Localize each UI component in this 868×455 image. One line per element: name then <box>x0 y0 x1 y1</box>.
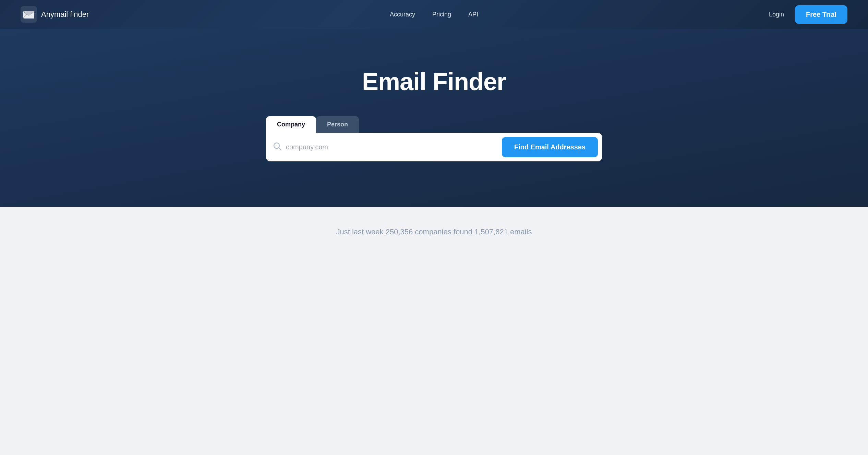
logo[interactable]: Anymail finder <box>21 6 89 23</box>
header-right: Login Free Trial <box>769 5 847 24</box>
find-email-button[interactable]: Find Email Addresses <box>502 137 598 157</box>
search-input[interactable] <box>286 140 498 154</box>
header: Anymail finder Accuracy Pricing API Logi… <box>0 0 868 29</box>
tab-company[interactable]: Company <box>266 116 316 133</box>
svg-line-2 <box>279 148 281 150</box>
nav-api[interactable]: API <box>468 11 478 18</box>
search-tabs: Company Person <box>266 116 602 133</box>
search-icon <box>273 142 282 153</box>
logo-icon <box>21 6 37 23</box>
logo-text: Anymail finder <box>41 10 89 19</box>
stats-section: Just last week 250,356 companies found 1… <box>0 207 868 257</box>
nav-pricing[interactable]: Pricing <box>432 11 451 18</box>
hero-title: Email Finder <box>362 67 506 96</box>
hero-section: Email Finder Company Person Find Email A… <box>0 29 868 207</box>
search-container: Company Person Find Email Addresses <box>266 116 602 161</box>
main-nav: Accuracy Pricing API <box>390 11 478 18</box>
search-box: Find Email Addresses <box>266 133 602 161</box>
login-link[interactable]: Login <box>769 11 784 18</box>
stats-text: Just last week 250,356 companies found 1… <box>336 228 532 236</box>
nav-accuracy[interactable]: Accuracy <box>390 11 415 18</box>
free-trial-button[interactable]: Free Trial <box>795 5 847 24</box>
tab-person[interactable]: Person <box>316 116 359 133</box>
